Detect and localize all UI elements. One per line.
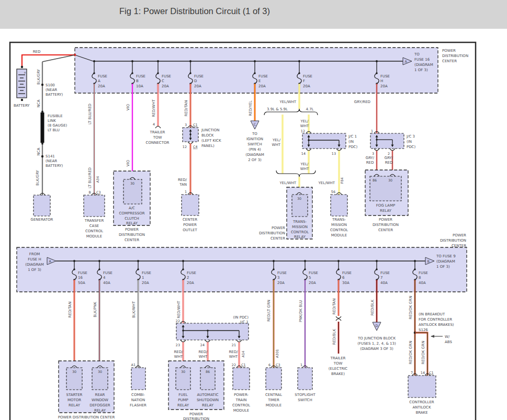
svg-text:FOR CONTROLLER: FOR CONTROLLER xyxy=(419,317,452,322)
ac-pdc-label: POWER xyxy=(125,228,139,232)
pin-21: 21 xyxy=(232,343,236,347)
wire-label-yelwht-m1: YEL/WHT xyxy=(279,181,297,185)
svg-text:BLOCK: BLOCK xyxy=(201,133,214,138)
transmission-control-module-label: TRANS- xyxy=(332,218,346,222)
svg-text:RELAY: RELAY xyxy=(126,221,138,225)
jc1-bottom-label: J/C 1 xyxy=(240,320,249,324)
svg-text:ANTILOCK: ANTILOCK xyxy=(412,405,431,410)
svg-text:FUSE: FUSE xyxy=(136,74,145,78)
svg-text:3: 3 xyxy=(277,276,279,280)
pin-c1-pcm: C1 xyxy=(241,363,246,367)
svg-text:WINDOW: WINDOW xyxy=(92,398,108,402)
to-ignition-label: TO xyxy=(252,132,257,136)
pin-c4: C4 xyxy=(193,145,198,149)
fusible-link-label: FUSIBLE xyxy=(48,114,63,118)
pin-30-fog: 30 xyxy=(388,178,392,183)
svg-text:5: 5 xyxy=(309,276,311,280)
svg-text:(DIAGRAM 3 OF 3): (DIAGRAM 3 OF 3) xyxy=(360,347,393,351)
svg-text:WHT: WHT xyxy=(300,124,309,128)
svg-text:CENTER: CENTER xyxy=(452,244,466,248)
wire-label-yelwht-left: YEL/ xyxy=(272,138,281,142)
circuit-a34: A34 xyxy=(96,176,100,183)
wire-label-yelwht-m2: YEL/WHT xyxy=(318,181,335,185)
svg-text:RELAY: RELAY xyxy=(380,209,392,213)
starter-motor-relay-label: STARTER xyxy=(66,393,83,397)
svg-text:DEFOGGER: DEFOGGER xyxy=(89,403,110,407)
connector-arrow-a: A xyxy=(405,60,408,64)
svg-text:TRAIN: TRAIN xyxy=(235,398,247,402)
generator-box xyxy=(33,195,50,216)
svg-text:FLASHER: FLASHER xyxy=(130,403,147,407)
svg-text:MOTOR: MOTOR xyxy=(67,398,81,402)
svg-text:CENTER: CENTER xyxy=(378,228,393,232)
wire-label-redtan: RED/TAN xyxy=(184,100,188,117)
svg-text:RELAY: RELAY xyxy=(94,408,106,413)
pin-6: 6 xyxy=(268,363,271,367)
svg-text:MISSION: MISSION xyxy=(331,223,347,227)
wire-label-redltgrn: RED/LT GRN xyxy=(267,300,271,322)
svg-text:COMPRESSOR: COMPRESSOR xyxy=(119,211,144,215)
svg-text:20A: 20A xyxy=(309,281,316,285)
svg-text:2: 2 xyxy=(187,276,189,280)
wire-label-blkpnk: BLK/PNK xyxy=(93,302,97,317)
trailer-tow-connector-label: TRAILER xyxy=(150,130,165,134)
svg-text:DISTRIBUTION: DISTRIBUTION xyxy=(259,231,285,235)
svg-text:D: D xyxy=(194,79,197,83)
transmission-control-relay-label: TRANS- xyxy=(292,220,307,224)
wire-label-redwht2: RED/WHT xyxy=(177,301,181,319)
svg-text:20A: 20A xyxy=(142,281,149,285)
auto-shutdown-relay-label: AUTOMATIC xyxy=(197,393,218,397)
svg-text:SHUTDOWN: SHUTDOWN xyxy=(197,398,219,402)
svg-text:20A: 20A xyxy=(98,84,105,88)
stoplight-switch-box xyxy=(298,368,312,390)
svg-text:FUSE: FUSE xyxy=(380,74,390,78)
pin-23: 23 xyxy=(176,343,180,347)
pin-b: B xyxy=(89,190,91,195)
wire-label-blkgry2: BLK/GRY xyxy=(36,169,40,185)
wire-label-gryred: GRY/RED xyxy=(354,100,370,104)
svg-text:FUSE: FUSE xyxy=(187,271,196,275)
wire-label-pnkdkblu: PNK/DK BLU xyxy=(299,300,303,322)
svg-text:CENTER: CENTER xyxy=(125,238,139,242)
svg-text:TOW: TOW xyxy=(333,361,343,366)
wire-label-redtan2: RED/ xyxy=(178,178,187,182)
svg-text:CENTER: CENTER xyxy=(442,59,457,63)
s100-label: S100 xyxy=(46,83,55,87)
pin-1-stop: 1 xyxy=(300,363,302,367)
svg-text:FUSE H: FUSE H xyxy=(28,257,41,262)
wire-label-redyel: RED/YEL xyxy=(249,100,253,116)
svg-text:FUSE: FUSE xyxy=(309,271,318,275)
svg-text:ANTILOCK BRAKES): ANTILOCK BRAKES) xyxy=(419,323,454,327)
svg-text:SWITCH: SWITCH xyxy=(247,142,262,146)
combination-flasher-label: COMBI- xyxy=(131,393,145,397)
pin-14: 14 xyxy=(301,152,306,156)
svg-text:RELAY: RELAY xyxy=(202,403,214,407)
svg-text:RELAY: RELAY xyxy=(294,235,306,239)
pin-22-pcm: 22 xyxy=(232,363,236,367)
svg-text:30A: 30A xyxy=(342,281,350,285)
pin-30-starter: 30 xyxy=(72,370,76,374)
svg-text:FUSE: FUSE xyxy=(342,271,352,275)
svg-text:D: D xyxy=(376,324,378,328)
rear-defogger-relay-label: REAR xyxy=(95,393,105,397)
junction-block-label: JUNCTION xyxy=(201,128,219,132)
svg-text:C: C xyxy=(254,122,256,127)
with-abs-label: W/ xyxy=(445,335,450,339)
to-junction-block-label: TO JUNCTION BLOCK xyxy=(357,336,396,340)
svg-text:(NEAR: (NEAR xyxy=(46,88,57,92)
fusible-link xyxy=(41,112,44,143)
engine-39-59: 3.9L & 5.9L xyxy=(267,107,288,111)
svg-text:SWITCH: SWITCH xyxy=(298,398,312,402)
pin-c3: C3 xyxy=(96,190,101,195)
svg-text:2 OF 3): 2 OF 3) xyxy=(248,158,262,162)
wire-label-reddkgrn: RED/DK GRN xyxy=(409,296,413,320)
engine-47: 4.7L xyxy=(306,107,313,111)
svg-text:20A: 20A xyxy=(258,84,266,88)
svg-text:RELAY: RELAY xyxy=(69,403,81,407)
svg-text:POWER: POWER xyxy=(183,223,197,227)
svg-text:FUSE: FUSE xyxy=(98,74,107,78)
pin-14-cab: 14 xyxy=(421,371,425,375)
svg-text:YEL/: YEL/ xyxy=(300,162,309,166)
svg-text:TOW: TOW xyxy=(153,135,162,140)
svg-text:NATION: NATION xyxy=(131,398,145,402)
